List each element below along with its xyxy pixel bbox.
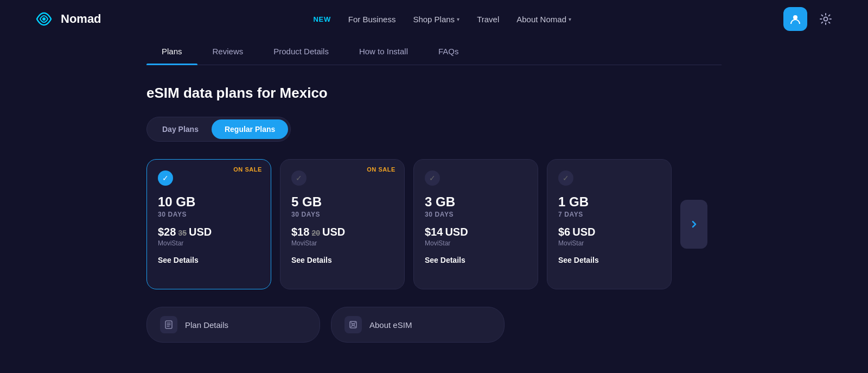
plan-price: $6 USD	[558, 226, 660, 238]
plan-details-button[interactable]: Plan Details	[146, 307, 320, 343]
plan-card-5gb[interactable]: ON SALE ✓ 5 GB 30 DAYS $1820 USD MoviSta…	[280, 159, 405, 289]
plan-data-amount: 1 GB	[558, 194, 660, 210]
user-account-button[interactable]	[783, 7, 807, 31]
plan-price: $2835 USD	[158, 226, 260, 238]
about-esim-icon	[344, 316, 362, 333]
settings-button[interactable]	[816, 9, 835, 29]
plan-duration: 30 DAYS	[158, 211, 260, 218]
plan-price: $1820 USD	[291, 226, 393, 238]
plan-card-10gb[interactable]: ON SALE ✓ 10 GB 30 DAYS $2835 USD MoviSt…	[146, 159, 271, 289]
plan-data-amount: 3 GB	[425, 194, 527, 210]
about-nomad-chevron-icon: ▾	[569, 16, 571, 22]
shop-plans-chevron-icon: ▾	[457, 16, 459, 22]
brand-name: Nomad	[61, 12, 101, 26]
day-plans-toggle[interactable]: Day Plans	[149, 119, 212, 139]
tab-product-details[interactable]: Product Details	[258, 38, 344, 65]
plan-original-price: 35	[178, 229, 187, 237]
plan-card-1gb[interactable]: ✓ 1 GB 7 DAYS $6 USD MoviStar See Detail…	[547, 159, 672, 289]
svg-point-2	[793, 15, 797, 20]
plan-data-amount: 10 GB	[158, 194, 260, 210]
tab-bar: Plans Reviews Product Details How to Ins…	[146, 38, 722, 65]
nav-shop-plans[interactable]: Shop Plans ▾	[413, 15, 459, 24]
page-title: eSIM data plans for Mexico	[146, 85, 722, 102]
plan-carrier: MoviStar	[158, 239, 260, 247]
plan-carrier: MoviStar	[291, 239, 393, 247]
on-sale-badge: ON SALE	[367, 166, 395, 173]
nav-about-nomad[interactable]: About Nomad ▾	[516, 15, 571, 24]
plan-type-toggle: Day Plans Regular Plans	[146, 117, 291, 142]
tab-how-to-install[interactable]: How to Install	[344, 38, 423, 65]
main-nav: NEW For Business Shop Plans ▾ Travel Abo…	[314, 15, 571, 24]
plan-price: $14 USD	[425, 226, 527, 238]
about-esim-button[interactable]: About eSIM	[331, 307, 505, 343]
about-esim-label: About eSIM	[369, 320, 412, 330]
svg-point-1	[42, 17, 46, 21]
see-details-link[interactable]: See Details	[425, 256, 527, 264]
tab-faqs[interactable]: FAQs	[423, 38, 474, 65]
plan-details-icon	[160, 316, 177, 333]
scroll-next-button[interactable]	[680, 200, 707, 249]
see-details-link[interactable]: See Details	[291, 256, 393, 264]
svg-point-3	[824, 17, 827, 21]
on-sale-badge: ON SALE	[233, 166, 262, 173]
plan-carrier: MoviStar	[425, 239, 527, 247]
plan-details-label: Plan Details	[185, 320, 228, 330]
plan-duration: 30 DAYS	[291, 211, 393, 218]
plans-grid: ON SALE ✓ 10 GB 30 DAYS $2835 USD MoviSt…	[146, 159, 722, 289]
nav-new-badge: NEW	[314, 15, 331, 23]
plan-check: ✓	[425, 170, 440, 186]
plan-selected-check: ✓	[158, 170, 173, 186]
plan-data-amount: 5 GB	[291, 194, 393, 210]
plan-check: ✓	[558, 170, 573, 186]
bottom-action-buttons: Plan Details About eSIM	[146, 307, 722, 343]
see-details-link[interactable]: See Details	[558, 256, 660, 264]
see-details-link[interactable]: See Details	[158, 256, 260, 264]
nav-travel[interactable]: Travel	[477, 15, 499, 24]
plan-check: ✓	[291, 170, 307, 186]
logo[interactable]: Nomad	[33, 8, 101, 30]
tab-reviews[interactable]: Reviews	[197, 38, 259, 65]
plan-carrier: MoviStar	[558, 239, 660, 247]
plan-original-price: 20	[311, 229, 320, 237]
plan-duration: 7 DAYS	[558, 211, 660, 218]
header-actions	[783, 7, 835, 31]
plan-card-3gb[interactable]: ✓ 3 GB 30 DAYS $14 USD MoviStar See Deta…	[413, 159, 538, 289]
regular-plans-toggle[interactable]: Regular Plans	[212, 119, 288, 139]
tab-plans[interactable]: Plans	[146, 38, 197, 65]
plan-duration: 30 DAYS	[425, 211, 527, 218]
nav-for-business[interactable]: For Business	[348, 15, 396, 24]
